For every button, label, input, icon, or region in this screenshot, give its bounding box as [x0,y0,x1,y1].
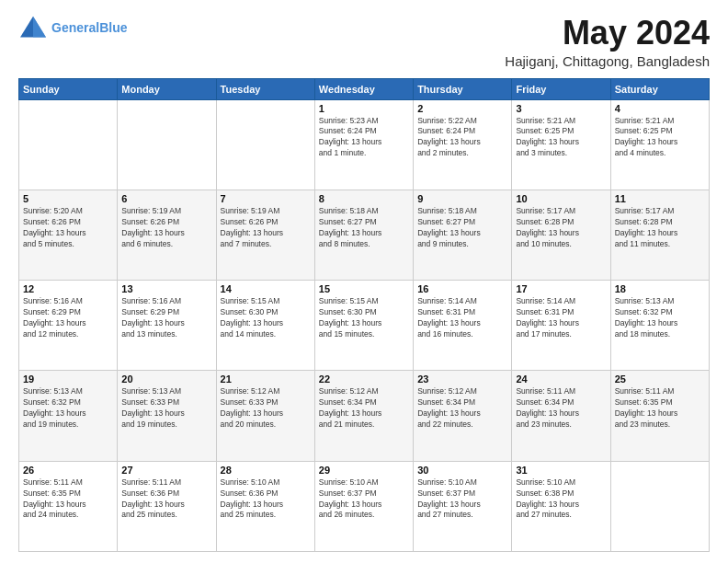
day-info: Sunrise: 5:15 AM Sunset: 6:30 PM Dayligh… [221,296,311,340]
day-number: 31 [516,465,606,476]
weekday-header-row: Sunday Monday Tuesday Wednesday Thursday… [19,78,710,99]
calendar-cell: 14Sunrise: 5:15 AM Sunset: 6:30 PM Dayli… [216,281,314,371]
header-saturday: Saturday [610,78,709,99]
day-number: 11 [615,193,705,204]
calendar-cell [610,461,709,551]
calendar-week-1: 1Sunrise: 5:23 AM Sunset: 6:24 PM Daylig… [19,99,710,190]
day-number: 13 [121,283,211,294]
day-number: 16 [417,283,507,294]
calendar-cell: 20Sunrise: 5:13 AM Sunset: 6:33 PM Dayli… [118,371,216,461]
day-info: Sunrise: 5:18 AM Sunset: 6:27 PM Dayligh… [319,206,409,250]
calendar-cell: 3Sunrise: 5:21 AM Sunset: 6:25 PM Daylig… [512,99,610,190]
day-number: 1 [319,103,409,114]
header-friday: Friday [512,78,610,99]
day-info: Sunrise: 5:13 AM Sunset: 6:33 PM Dayligh… [121,386,211,431]
logo-text: GeneralBlue [51,20,127,36]
calendar-cell: 11Sunrise: 5:17 AM Sunset: 6:28 PM Dayli… [610,190,709,280]
page: GeneralBlue May 2024 Hajiganj, Chittagon… [0,0,728,563]
day-info: Sunrise: 5:12 AM Sunset: 6:34 PM Dayligh… [319,386,409,431]
location: Hajiganj, Chittagong, Bangladesh [505,53,710,69]
day-info: Sunrise: 5:17 AM Sunset: 6:28 PM Dayligh… [516,206,606,250]
day-number: 18 [615,283,705,294]
day-info: Sunrise: 5:10 AM Sunset: 6:37 PM Dayligh… [319,477,409,522]
header-sunday: Sunday [19,78,118,99]
calendar-cell: 19Sunrise: 5:13 AM Sunset: 6:32 PM Dayli… [19,371,118,461]
calendar-cell: 6Sunrise: 5:19 AM Sunset: 6:26 PM Daylig… [118,190,216,280]
day-number: 23 [417,373,507,385]
day-number: 6 [121,193,211,204]
calendar-cell: 27Sunrise: 5:11 AM Sunset: 6:36 PM Dayli… [118,461,216,551]
calendar-cell: 16Sunrise: 5:14 AM Sunset: 6:31 PM Dayli… [414,281,512,371]
calendar-cell: 2Sunrise: 5:22 AM Sunset: 6:24 PM Daylig… [414,99,512,190]
header-thursday: Thursday [414,78,512,99]
calendar-cell: 31Sunrise: 5:10 AM Sunset: 6:38 PM Dayli… [512,461,610,551]
calendar-cell: 12Sunrise: 5:16 AM Sunset: 6:29 PM Dayli… [19,281,118,371]
day-info: Sunrise: 5:10 AM Sunset: 6:36 PM Dayligh… [221,477,311,522]
header-monday: Monday [118,78,216,99]
calendar-cell [216,99,314,190]
day-info: Sunrise: 5:16 AM Sunset: 6:29 PM Dayligh… [121,296,211,340]
calendar-cell: 30Sunrise: 5:10 AM Sunset: 6:37 PM Dayli… [414,461,512,551]
calendar-cell: 22Sunrise: 5:12 AM Sunset: 6:34 PM Dayli… [314,371,413,461]
day-number: 29 [319,465,409,476]
calendar-week-2: 5Sunrise: 5:20 AM Sunset: 6:26 PM Daylig… [19,190,710,280]
calendar-cell: 13Sunrise: 5:16 AM Sunset: 6:29 PM Dayli… [118,281,216,371]
day-info: Sunrise: 5:19 AM Sunset: 6:26 PM Dayligh… [121,206,211,250]
day-number: 22 [319,373,409,385]
header-tuesday: Tuesday [216,78,314,99]
day-number: 14 [221,283,311,294]
day-info: Sunrise: 5:13 AM Sunset: 6:32 PM Dayligh… [615,296,705,340]
day-info: Sunrise: 5:20 AM Sunset: 6:26 PM Dayligh… [23,206,113,250]
calendar-cell: 15Sunrise: 5:15 AM Sunset: 6:30 PM Dayli… [314,281,413,371]
day-info: Sunrise: 5:11 AM Sunset: 6:36 PM Dayligh… [121,477,211,522]
calendar-cell: 9Sunrise: 5:18 AM Sunset: 6:27 PM Daylig… [414,190,512,280]
calendar-cell: 28Sunrise: 5:10 AM Sunset: 6:36 PM Dayli… [216,461,314,551]
calendar-cell: 1Sunrise: 5:23 AM Sunset: 6:24 PM Daylig… [314,99,413,190]
calendar-table: Sunday Monday Tuesday Wednesday Thursday… [18,78,710,552]
day-info: Sunrise: 5:22 AM Sunset: 6:24 PM Dayligh… [417,116,507,160]
day-info: Sunrise: 5:18 AM Sunset: 6:27 PM Dayligh… [417,206,507,250]
header: GeneralBlue May 2024 Hajiganj, Chittagon… [18,15,710,69]
day-info: Sunrise: 5:11 AM Sunset: 6:34 PM Dayligh… [516,386,606,431]
calendar-cell: 18Sunrise: 5:13 AM Sunset: 6:32 PM Dayli… [610,281,709,371]
logo-blue: Blue [99,20,127,35]
day-number: 30 [417,465,507,476]
calendar-cell: 5Sunrise: 5:20 AM Sunset: 6:26 PM Daylig… [19,190,118,280]
day-number: 25 [615,373,705,385]
header-wednesday: Wednesday [314,78,413,99]
calendar-cell: 21Sunrise: 5:12 AM Sunset: 6:33 PM Dayli… [216,371,314,461]
day-number: 12 [23,283,113,294]
day-info: Sunrise: 5:14 AM Sunset: 6:31 PM Dayligh… [417,296,507,340]
day-info: Sunrise: 5:11 AM Sunset: 6:35 PM Dayligh… [615,386,705,431]
day-number: 9 [417,193,507,204]
day-info: Sunrise: 5:19 AM Sunset: 6:26 PM Dayligh… [221,206,311,250]
day-info: Sunrise: 5:21 AM Sunset: 6:25 PM Dayligh… [516,116,606,160]
day-info: Sunrise: 5:16 AM Sunset: 6:29 PM Dayligh… [23,296,113,340]
calendar-week-3: 12Sunrise: 5:16 AM Sunset: 6:29 PM Dayli… [19,281,710,371]
logo-general: General [51,20,99,35]
day-number: 21 [221,373,311,385]
day-number: 20 [121,373,211,385]
day-number: 26 [23,465,113,476]
title-block: May 2024 Hajiganj, Chittagong, Banglades… [505,15,710,69]
svg-marker-1 [33,17,46,38]
logo: GeneralBlue [18,15,127,40]
day-number: 19 [23,373,113,385]
day-number: 17 [516,283,606,294]
day-number: 24 [516,373,606,385]
logo-icon [18,15,48,40]
day-number: 10 [516,193,606,204]
day-info: Sunrise: 5:21 AM Sunset: 6:25 PM Dayligh… [615,116,705,160]
calendar-cell [19,99,118,190]
day-number: 8 [319,193,409,204]
day-info: Sunrise: 5:10 AM Sunset: 6:38 PM Dayligh… [516,477,606,522]
day-info: Sunrise: 5:11 AM Sunset: 6:35 PM Dayligh… [23,477,113,522]
day-info: Sunrise: 5:23 AM Sunset: 6:24 PM Dayligh… [319,116,409,160]
day-number: 15 [319,283,409,294]
day-info: Sunrise: 5:12 AM Sunset: 6:34 PM Dayligh… [417,386,507,431]
calendar-cell [118,99,216,190]
day-info: Sunrise: 5:17 AM Sunset: 6:28 PM Dayligh… [615,206,705,250]
day-info: Sunrise: 5:14 AM Sunset: 6:31 PM Dayligh… [516,296,606,340]
calendar-cell: 26Sunrise: 5:11 AM Sunset: 6:35 PM Dayli… [19,461,118,551]
calendar-cell: 17Sunrise: 5:14 AM Sunset: 6:31 PM Dayli… [512,281,610,371]
